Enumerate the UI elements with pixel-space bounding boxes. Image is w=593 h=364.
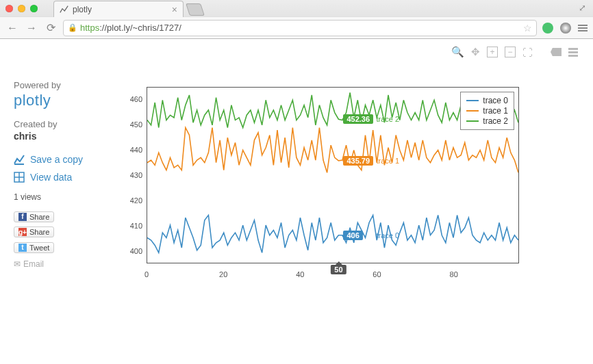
bookmark-star-icon[interactable]: ☆: [523, 23, 532, 34]
author-link[interactable]: chris: [14, 131, 116, 142]
email-link[interactable]: ✉Email: [14, 259, 116, 269]
extension-icon[interactable]: [542, 23, 553, 34]
legend-item[interactable]: trace 2: [466, 116, 508, 126]
plot-toolbar: 🔍 ✥ + − ⛶: [451, 46, 578, 58]
x-tick: 80: [450, 270, 458, 278]
grid-icon: [14, 172, 25, 183]
hover-trace-label: trace 1: [376, 157, 399, 165]
views-count: 1 views: [14, 192, 116, 202]
facebook-share-button[interactable]: fShare: [14, 211, 54, 222]
hover-value-tag: 406: [343, 231, 362, 240]
lock-icon: 🔒: [68, 23, 77, 32]
legend-item[interactable]: trace 0: [466, 96, 508, 105]
plot[interactable]: 400410420430440450460 020406080 trace 0t…: [122, 87, 519, 278]
y-tick: 450: [122, 120, 142, 129]
tab-title: plotly: [73, 5, 92, 14]
hover-closest-icon[interactable]: [551, 48, 562, 56]
brand-link[interactable]: plotly: [14, 92, 116, 109]
zoom-in-icon[interactable]: +: [487, 47, 498, 57]
sidebar: Powered by plotly Created by chris Save …: [14, 46, 116, 278]
hover-trace-label: trace 0: [376, 231, 399, 239]
zoom-out-icon[interactable]: −: [505, 47, 516, 57]
google-share-button[interactable]: g+Share: [14, 226, 54, 237]
extension-icon[interactable]: [560, 23, 571, 34]
powered-by-label: Powered by: [14, 80, 116, 90]
page-content: 🔍 ✥ + − ⛶ Powered by plotly Created by c…: [0, 39, 593, 285]
url-protocol: https: [80, 23, 99, 33]
x-tick: 20: [219, 270, 227, 278]
tab-close-icon[interactable]: ×: [172, 4, 177, 15]
browser-chrome: plotly × ⤢ ← → ⟳ 🔒 https ://plot.ly/~chr…: [0, 0, 593, 39]
chart-line-icon: [60, 5, 68, 14]
hover-value-tag: 435.79: [343, 156, 373, 166]
hover-compare-icon[interactable]: [568, 48, 578, 57]
view-data-link[interactable]: View data: [14, 172, 116, 183]
menu-icon[interactable]: [578, 25, 588, 31]
hover-x-tag: 50: [331, 265, 346, 274]
y-tick: 420: [122, 196, 142, 205]
y-tick: 430: [122, 171, 142, 179]
y-tick: 400: [122, 247, 142, 255]
titlebar: plotly × ⤢: [0, 0, 593, 16]
x-tick: 40: [296, 270, 304, 278]
reload-button[interactable]: ⟳: [44, 21, 58, 34]
address-bar[interactable]: 🔒 https ://plot.ly/~chris/1727/ ☆: [63, 20, 537, 36]
url-path: ://plot.ly/~chris/1727/: [99, 23, 181, 33]
back-button[interactable]: ←: [5, 22, 19, 34]
twitter-tweet-button[interactable]: tTweet: [14, 242, 54, 253]
chart-line-icon: [14, 154, 25, 165]
y-tick: 460: [122, 95, 142, 103]
x-tick: 0: [144, 270, 149, 278]
browser-tab[interactable]: plotly ×: [53, 1, 184, 17]
new-tab-button[interactable]: [186, 3, 205, 16]
save-copy-link[interactable]: Save a copy: [14, 154, 116, 165]
expand-icon[interactable]: ⤢: [579, 3, 586, 13]
x-tick: 60: [373, 270, 381, 278]
legend-item[interactable]: trace 1: [466, 106, 508, 116]
y-tick: 440: [122, 146, 142, 154]
y-tick: 410: [122, 222, 142, 230]
forward-button[interactable]: →: [25, 22, 38, 34]
hover-trace-label: trace 2: [376, 115, 399, 123]
plot-inner: trace 0trace 1trace 2 452.36trace 2435.7…: [147, 87, 519, 263]
pan-icon[interactable]: ✥: [471, 46, 480, 58]
zoom-icon[interactable]: 🔍: [451, 46, 464, 58]
legend: trace 0trace 1trace 2: [460, 92, 514, 130]
envelope-icon: ✉: [14, 259, 21, 269]
chart-area: 400410420430440450460 020406080 trace 0t…: [116, 46, 579, 278]
created-by-label: Created by: [14, 119, 116, 129]
navbar: ← → ⟳ 🔒 https ://plot.ly/~chris/1727/ ☆: [0, 16, 593, 38]
autoscale-icon[interactable]: ⛶: [522, 47, 533, 58]
hover-value-tag: 452.36: [343, 114, 373, 124]
